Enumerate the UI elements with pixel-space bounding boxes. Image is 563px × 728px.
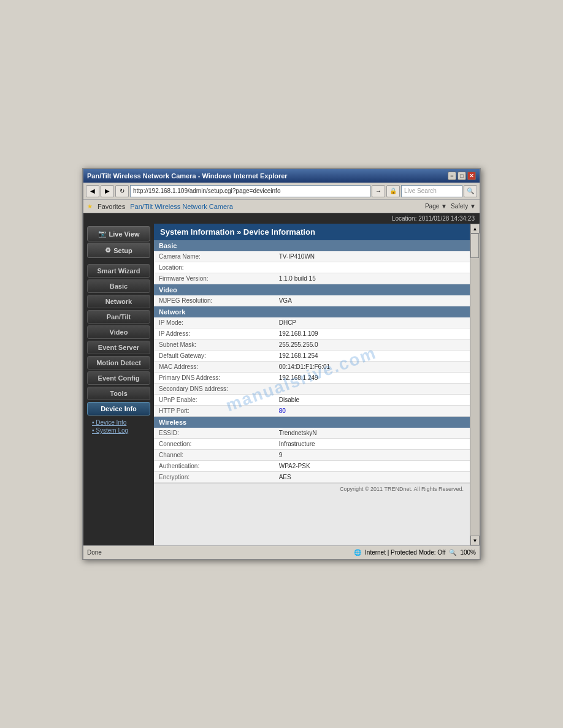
title-bar: Pan/Tilt Wireless Network Camera - Windo… [83, 169, 480, 183]
table-row: Encryption: AES [154, 472, 470, 483]
sidebar-sub-items: • Device Info • System Log [87, 417, 150, 436]
window-controls: − □ ✕ [448, 172, 476, 180]
scroll-up-button[interactable]: ▲ [470, 224, 480, 233]
essid-label: ESSID: [154, 428, 274, 439]
zoom-icon: 🔍 [449, 549, 456, 556]
subnet-mask-label: Subnet Mask: [154, 339, 274, 351]
favorites-bar: ★ Favorites Pan/Tilt Wireless Network Ca… [83, 200, 480, 213]
page-title: System Information » Device Information [154, 224, 470, 240]
firmware-value: 1.1.0 build 15 [274, 273, 470, 284]
sidebar-item-event-server[interactable]: Event Server [87, 341, 150, 354]
default-gw-value: 192.168.1.254 [274, 351, 470, 362]
sidebar-item-smart-wizard[interactable]: Smart Wizard [87, 264, 150, 278]
location-field-value [274, 262, 470, 273]
zone-text: Internet | Protected Mode: Off [365, 549, 445, 556]
maximize-button[interactable]: □ [458, 172, 466, 180]
table-row: MAC Address: 00:14:D1:F1:F6:01 [154, 362, 470, 373]
encryption-value: AES [274, 472, 470, 483]
ie-scrollbar: ▲ ▼ [470, 224, 480, 545]
firmware-label: Firmware Version: [154, 273, 274, 284]
scroll-thumb[interactable] [470, 233, 479, 258]
camera-main: 📷 Live View ⚙ Setup Smart Wizard Basic N… [83, 224, 480, 545]
basic-section-label: Basic [154, 240, 470, 251]
sidebar-sub-device-info[interactable]: • Device Info [92, 419, 145, 427]
search-bar[interactable]: Live Search [401, 185, 462, 197]
search-button[interactable]: 🔍 [464, 185, 477, 197]
section-network-header: Network [154, 306, 470, 318]
sidebar-sub-system-log[interactable]: • System Log [92, 427, 145, 434]
page-button[interactable]: Page ▼ [425, 203, 447, 210]
camera-ui: Location: 2011/01/28 14:34:23 📷 Live Vie… [83, 213, 480, 545]
table-row: Camera Name: TV-IP410WN [154, 251, 470, 262]
essid-value: TrendnetskyN [274, 428, 470, 439]
close-button[interactable]: ✕ [467, 172, 476, 180]
sidebar-item-device-info[interactable]: Device Info [87, 402, 150, 415]
ip-address-label: IP Address: [154, 328, 274, 339]
sidebar-spacer [87, 259, 150, 263]
address-text: http://192.168.1.109/admin/setup.cgi?pag… [133, 188, 280, 194]
mjpeg-res-value: VGA [274, 295, 470, 306]
content-area: Location: 2011/01/28 14:34:23 📷 Live Vie… [83, 213, 480, 545]
camera-icon: 📷 [98, 230, 107, 238]
sidebar-item-pan-tilt[interactable]: Pan/Tilt [87, 310, 150, 324]
go-button[interactable]: → [372, 185, 385, 197]
primary-dns-value: 192.168.1.249 [274, 373, 470, 384]
sidebar: 📷 Live View ⚙ Setup Smart Wizard Basic N… [83, 224, 154, 545]
nav-bar: ◀ ▶ ↻ http://192.168.1.109/admin/setup.c… [83, 183, 480, 200]
video-section-label: Video [154, 284, 470, 296]
copyright-text: Copyright © 2011 TRENDnet. All Rights Re… [340, 486, 464, 492]
zoom-text: 100% [460, 549, 476, 556]
location-label: Location: [392, 215, 417, 222]
sidebar-item-network[interactable]: Network [87, 295, 150, 308]
address-bar[interactable]: http://192.168.1.109/admin/setup.cgi?pag… [130, 185, 370, 197]
sidebar-item-motion-detect[interactable]: Motion Detect [87, 356, 150, 370]
secondary-dns-value [274, 384, 470, 395]
ip-mode-label: IP Mode: [154, 317, 274, 328]
location-value: 2011/01/28 14:34:23 [418, 215, 475, 222]
footer-bar: Copyright © 2011 TRENDnet. All Rights Re… [154, 483, 470, 495]
live-view-button[interactable]: 📷 Live View [87, 226, 150, 241]
section-video-header: Video [154, 284, 470, 296]
table-row: Default Gateway: 192.168.1.254 [154, 351, 470, 362]
mac-value: 00:14:D1:F1:F6:01 [274, 362, 470, 373]
sidebar-item-basic[interactable]: Basic [87, 279, 150, 293]
auth-value: WPA2-PSK [274, 461, 470, 472]
subnet-mask-value: 255.255.255.0 [274, 339, 470, 351]
table-row: Channel: 9 [154, 450, 470, 461]
location-bar: Location: 2011/01/28 14:34:23 [83, 213, 480, 224]
table-row: MJPEG Resolution: VGA [154, 295, 470, 306]
status-text: Done [87, 549, 102, 556]
fav-right-controls: Page ▼ Safety ▼ [425, 203, 476, 210]
status-right: 🌐 Internet | Protected Mode: Off 🔍 100% [354, 549, 476, 556]
primary-dns-label: Primary DNS Address: [154, 373, 274, 384]
sidebar-item-event-config[interactable]: Event Config [87, 371, 150, 385]
table-row: Subnet Mask: 255.255.255.0 [154, 339, 470, 351]
table-row: IP Mode: DHCP [154, 317, 470, 328]
table-row: Firmware Version: 1.1.0 build 15 [154, 273, 470, 284]
connection-label: Connection: [154, 439, 274, 450]
sidebar-item-tools[interactable]: Tools [87, 387, 150, 400]
gear-icon: ⚙ [105, 246, 111, 254]
search-placeholder: Live Search [404, 188, 437, 194]
scroll-down-button[interactable]: ▼ [470, 536, 480, 545]
minimize-button[interactable]: − [448, 172, 456, 180]
favorites-icon: ★ [87, 203, 93, 210]
ip-mode-value: DHCP [274, 317, 470, 328]
safety-button[interactable]: Safety ▼ [451, 203, 476, 210]
camera-name-label: Camera Name: [154, 251, 274, 262]
secondary-dns-label: Secondary DNS address: [154, 384, 274, 395]
camera-name-value: TV-IP410WN [274, 251, 470, 262]
fav-link[interactable]: Pan/Tilt Wireless Network Camera [130, 203, 233, 210]
table-row: Location: [154, 262, 470, 273]
browser-title: Pan/Tilt Wireless Network Camera - Windo… [87, 172, 288, 180]
sidebar-item-video[interactable]: Video [87, 325, 150, 339]
mjpeg-res-label: MJPEG Resolution: [154, 295, 274, 306]
favorites-label: Favorites [98, 203, 125, 210]
setup-button[interactable]: ⚙ Setup [87, 243, 150, 258]
section-wireless-header: Wireless [154, 417, 470, 428]
http-port-value: 80 [274, 406, 470, 417]
forward-button[interactable]: ▶ [101, 185, 114, 197]
refresh-button[interactable]: ↻ [115, 185, 129, 197]
back-button[interactable]: ◀ [86, 185, 99, 197]
location-field-label: Location: [154, 262, 274, 273]
